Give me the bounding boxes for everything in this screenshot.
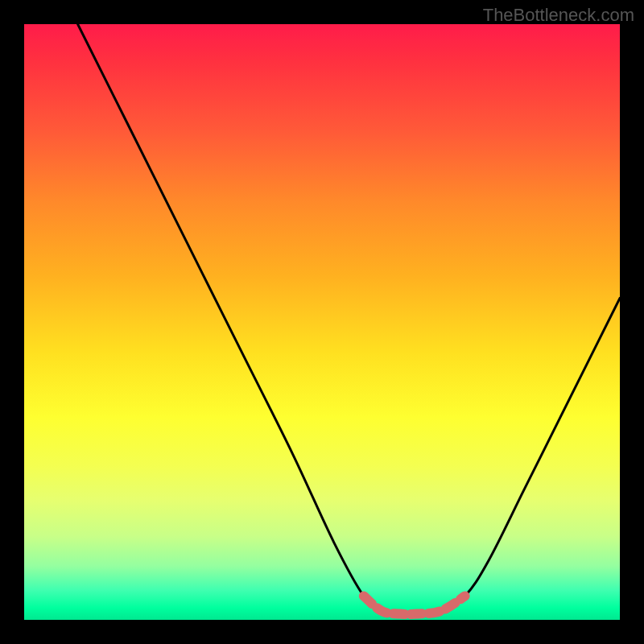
- watermark-text: TheBottleneck.com: [483, 5, 634, 26]
- main-curve: [78, 24, 620, 614]
- plot-container: [24, 24, 620, 620]
- highlight-segment: [364, 596, 465, 614]
- chart-svg: [24, 24, 620, 620]
